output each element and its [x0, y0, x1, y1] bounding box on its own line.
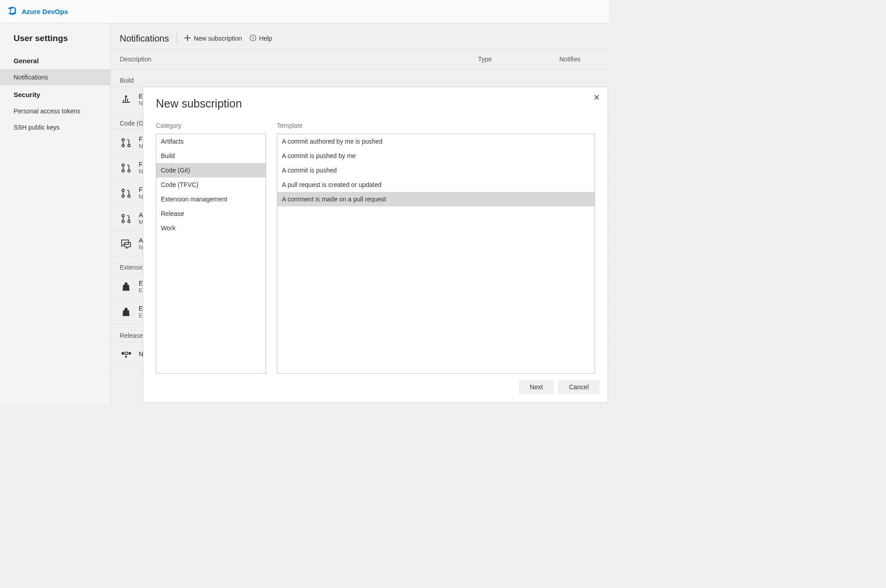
release-icon — [120, 348, 132, 360]
new-subscription-label: New subscription — [194, 35, 242, 42]
svg-text:?: ? — [252, 36, 254, 40]
row-text: AN — [139, 237, 143, 251]
section-label: Build — [111, 70, 609, 87]
category-column: Category ArtifactsBuildCode (Git)Code (T… — [156, 122, 266, 373]
pr-icon — [120, 212, 132, 225]
modal-body: Category ArtifactsBuildCode (Git)Code (T… — [143, 110, 608, 373]
col-type: Type — [478, 56, 559, 63]
svg-point-6 — [122, 169, 124, 172]
col-description: Description — [120, 56, 478, 63]
svg-point-4 — [128, 144, 130, 146]
svg-point-7 — [128, 169, 130, 172]
template-item[interactable]: A commit is pushed by me — [277, 149, 595, 163]
sidebar-title: User settings — [0, 33, 110, 51]
svg-point-9 — [122, 195, 124, 197]
template-item[interactable]: A comment is made on a pull request — [277, 192, 595, 206]
category-item[interactable]: Release — [156, 206, 266, 221]
row-text: EE — [139, 280, 143, 294]
row-text: FN — [139, 186, 143, 200]
help-icon: ? — [249, 34, 257, 43]
svg-point-12 — [122, 220, 124, 222]
category-item[interactable]: Code (Git) — [156, 163, 266, 177]
row-text: FN — [139, 161, 143, 175]
sidebar-item-personal-access-tokens[interactable]: Personal access tokens — [0, 103, 110, 119]
svg-point-8 — [122, 189, 124, 191]
sidebar-item-notifications[interactable]: Notifications — [0, 69, 110, 85]
svg-point-5 — [122, 163, 124, 166]
chat-icon — [120, 238, 132, 250]
category-item[interactable]: Build — [156, 149, 266, 163]
svg-rect-16 — [128, 352, 131, 355]
bag-icon — [120, 280, 132, 293]
template-item[interactable]: A commit is pushed — [277, 163, 595, 177]
template-column: Template A commit authored by me is push… — [277, 122, 595, 373]
bag-icon — [120, 306, 132, 318]
help-button[interactable]: ? Help — [249, 34, 272, 43]
svg-point-11 — [122, 214, 124, 216]
category-item[interactable]: Extension management — [156, 192, 266, 206]
sidebar-item-ssh-public-keys[interactable]: SSH public keys — [0, 119, 110, 135]
svg-point-10 — [128, 195, 130, 197]
separator — [176, 33, 177, 44]
category-item[interactable]: Work — [156, 221, 266, 235]
next-button[interactable]: Next — [519, 380, 554, 394]
row-text: EE — [139, 305, 143, 319]
close-button[interactable]: ✕ — [591, 92, 602, 103]
template-label: Template — [277, 122, 595, 129]
svg-rect-15 — [125, 352, 127, 355]
col-notifies: Notifies — [559, 56, 600, 63]
sidebar-heading: Security — [0, 85, 110, 103]
modal-footer: Next Cancel — [143, 373, 608, 402]
brand-link[interactable]: Azure DevOps — [7, 6, 68, 17]
category-item[interactable]: Artifacts — [156, 134, 266, 149]
template-item[interactable]: A pull request is created or updated — [277, 177, 595, 192]
pr-icon — [120, 162, 132, 174]
category-item[interactable]: Code (TFVC) — [156, 177, 266, 192]
page-header: Notifications New subscription ? Help — [111, 23, 609, 49]
template-item[interactable]: A commit authored by me is pushed — [277, 134, 595, 149]
top-header: Azure DevOps — [0, 0, 609, 23]
brand-text: Azure DevOps — [22, 8, 68, 15]
new-subscription-modal: ✕ New subscription Category ArtifactsBui… — [143, 87, 608, 403]
pr-icon — [120, 136, 132, 149]
modal-title: New subscription — [143, 87, 608, 110]
sidebar: User settings GeneralNotificationsSecuri… — [0, 23, 111, 405]
svg-point-3 — [122, 144, 124, 146]
sidebar-heading: General — [0, 51, 110, 69]
svg-point-2 — [122, 138, 124, 140]
cancel-button[interactable]: Cancel — [558, 380, 600, 394]
category-label: Category — [156, 122, 266, 129]
page-title: Notifications — [120, 33, 169, 44]
svg-point-13 — [128, 220, 130, 222]
template-listbox[interactable]: A commit authored by me is pushedA commi… — [277, 134, 595, 373]
build-icon — [120, 93, 132, 106]
help-label: Help — [259, 35, 272, 42]
svg-rect-14 — [122, 352, 124, 355]
plus-icon — [184, 34, 191, 43]
close-icon: ✕ — [593, 93, 600, 103]
new-subscription-button[interactable]: New subscription — [184, 34, 242, 43]
table-header: Description Type Notifies — [111, 49, 609, 70]
category-listbox[interactable]: ArtifactsBuildCode (Git)Code (TFVC)Exten… — [156, 134, 266, 373]
row-text: EN — [139, 93, 143, 107]
pr-icon — [120, 187, 132, 200]
azure-devops-icon — [7, 6, 17, 17]
row-text: FN — [139, 135, 143, 149]
